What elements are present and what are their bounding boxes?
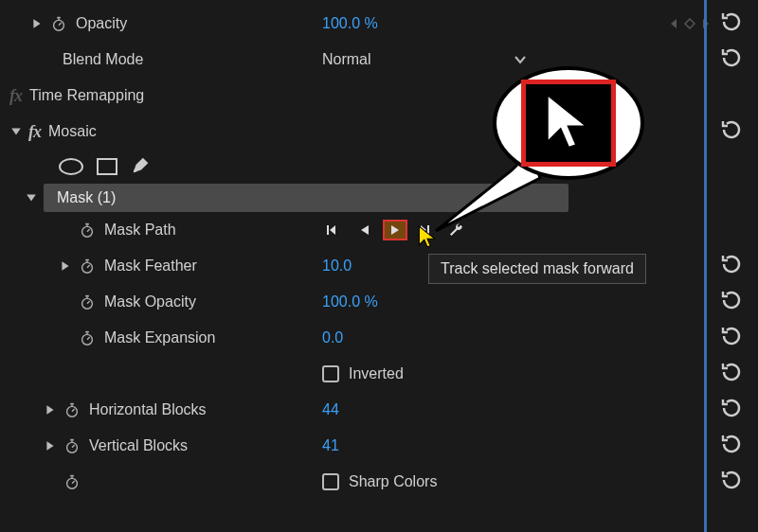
twirl-open-icon[interactable]: [25, 191, 38, 204]
inverted-checkbox-group: Inverted: [322, 365, 404, 382]
sharp-colors-label: Sharp Colors: [349, 473, 437, 490]
mosaic-label: Mosaic: [48, 123, 97, 140]
opacity-row: Opacity 100.0 %: [0, 6, 758, 42]
callout-highlight: [521, 80, 616, 167]
svg-line-29: [72, 445, 75, 448]
callout-bubble: [493, 66, 644, 180]
stopwatch-icon[interactable]: [78, 328, 97, 347]
vertical-blocks-value[interactable]: 41: [322, 437, 339, 454]
opacity-label: Opacity: [76, 15, 127, 32]
svg-line-33: [72, 481, 75, 484]
inverted-checkbox[interactable]: [322, 365, 339, 382]
svg-rect-8: [327, 225, 329, 235]
fx-icon: fx: [28, 122, 41, 142]
reset-icon[interactable]: [720, 469, 743, 495]
ellipse-mask-icon[interactable]: [59, 158, 83, 175]
svg-line-3: [59, 23, 62, 26]
reset-icon[interactable]: [720, 433, 743, 459]
mask-label: Mask (1): [57, 189, 116, 206]
reset-icon[interactable]: [720, 46, 743, 73]
svg-line-25: [72, 409, 75, 412]
horizontal-blocks-label: Horizontal Blocks: [89, 401, 207, 418]
mask-expansion-label: Mask Expansion: [104, 329, 215, 346]
fx-icon: fx: [9, 86, 22, 106]
twirl-collapsed-icon[interactable]: [44, 403, 57, 417]
stopwatch-icon[interactable]: [78, 221, 97, 239]
mask-shape-tools: [0, 150, 758, 184]
blend-mode-dropdown[interactable]: Normal: [322, 51, 527, 68]
tooltip: Track selected mask forward: [428, 254, 646, 284]
mask-path-label: Mask Path: [104, 222, 176, 239]
rect-mask-icon[interactable]: [97, 158, 117, 175]
twirl-collapsed-icon[interactable]: [44, 439, 57, 452]
reset-icon[interactable]: [720, 118, 743, 145]
prev-keyframe-icon[interactable]: [669, 18, 678, 29]
mosaic-row: fx Mosaic: [0, 114, 758, 150]
twirl-collapsed-icon[interactable]: [30, 17, 44, 30]
horizontal-blocks-row: Horizontal Blocks 44: [0, 392, 758, 428]
mask-path-row: Mask Path: [0, 212, 758, 248]
twirl-open-icon[interactable]: [9, 125, 23, 138]
svg-line-13: [87, 265, 90, 268]
blend-mode-label: Blend Mode: [63, 51, 143, 68]
track-backward-one-frame-icon[interactable]: [322, 220, 347, 240]
reset-icon[interactable]: [720, 325, 743, 351]
reset-icon[interactable]: [720, 10, 743, 37]
mask-opacity-value[interactable]: 100.0 %: [322, 293, 378, 310]
svg-rect-31: [70, 475, 74, 477]
svg-line-7: [87, 229, 90, 232]
mask-opacity-label: Mask Opacity: [104, 293, 196, 310]
inverted-label: Inverted: [349, 365, 404, 382]
blend-mode-row: Blend Mode Normal: [0, 42, 758, 78]
svg-rect-5: [85, 223, 89, 225]
reset-icon[interactable]: [720, 253, 743, 279]
pen-mask-icon[interactable]: [131, 154, 152, 179]
keyframe-diamond-icon[interactable]: [684, 18, 695, 29]
timeline-playhead[interactable]: [704, 0, 707, 532]
opacity-value[interactable]: 100.0 %: [322, 15, 378, 32]
stopwatch-icon[interactable]: [78, 257, 97, 275]
stopwatch-icon[interactable]: [63, 400, 81, 419]
track-forward-icon[interactable]: [383, 220, 407, 240]
track-backward-icon[interactable]: [352, 220, 377, 240]
stopwatch-icon[interactable]: [63, 472, 81, 491]
sharp-colors-checkbox[interactable]: [322, 473, 339, 490]
svg-rect-1: [57, 17, 61, 19]
svg-rect-11: [85, 259, 89, 261]
blend-mode-value: Normal: [322, 51, 371, 68]
time-remapping-row: fx Time Remapping: [0, 78, 758, 114]
sharp-colors-row: Sharp Colors: [0, 464, 758, 500]
reset-icon[interactable]: [720, 361, 743, 387]
mask-expansion-row: Mask Expansion 0.0: [0, 320, 758, 356]
stopwatch-icon[interactable]: [49, 14, 68, 33]
inverted-row: Inverted: [0, 356, 758, 392]
stopwatch-icon[interactable]: [78, 293, 97, 311]
vertical-blocks-label: Vertical Blocks: [89, 437, 188, 454]
sharp-colors-checkbox-group: Sharp Colors: [322, 473, 437, 490]
mask-expansion-value[interactable]: 0.0: [322, 329, 343, 346]
svg-rect-15: [85, 295, 89, 297]
stopwatch-icon[interactable]: [63, 436, 81, 455]
effects-panel: Opacity 100.0 % Blend Mode Normal: [0, 0, 758, 505]
reset-icon[interactable]: [720, 397, 743, 423]
mask-opacity-row: Mask Opacity 100.0 %: [0, 284, 758, 320]
mask-feather-label: Mask Feather: [104, 257, 197, 275]
mask-feather-value[interactable]: 10.0: [322, 257, 352, 275]
horizontal-blocks-value[interactable]: 44: [322, 401, 339, 418]
svg-line-17: [87, 301, 90, 304]
svg-rect-23: [70, 403, 74, 405]
time-remapping-label: Time Remapping: [29, 87, 144, 104]
reset-icon[interactable]: [720, 289, 743, 315]
cursor-large-icon: [542, 88, 595, 158]
svg-line-21: [87, 337, 90, 340]
svg-rect-19: [85, 331, 89, 333]
chevron-down-icon: [514, 51, 527, 68]
vertical-blocks-row: Vertical Blocks 41: [0, 428, 758, 464]
svg-rect-27: [70, 439, 74, 441]
twirl-collapsed-icon[interactable]: [59, 259, 72, 273]
